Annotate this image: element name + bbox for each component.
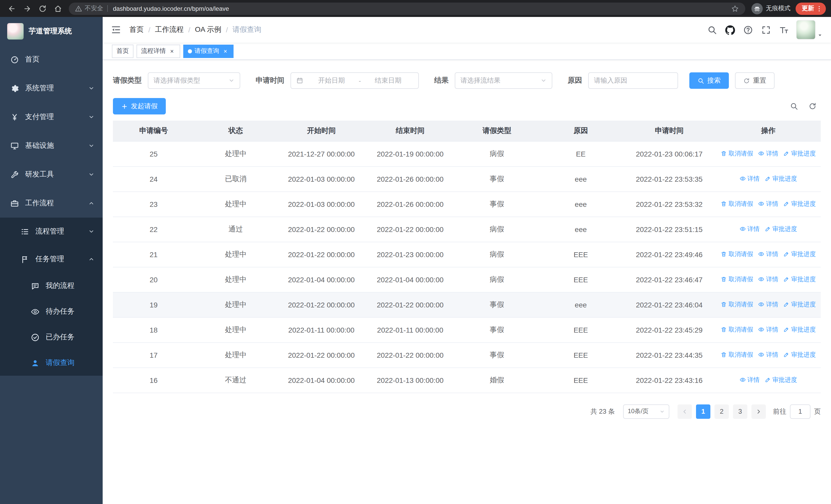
detail-link[interactable]: 详情 <box>758 200 778 208</box>
sidebar-item-task-manage[interactable]: 任务管理 <box>0 245 103 273</box>
back-button[interactable] <box>5 2 19 15</box>
approval-progress-link[interactable]: 审批进度 <box>765 175 797 183</box>
operations-cell: 取消请假详情审批进度 <box>716 292 821 317</box>
approval-progress-link[interactable]: 审批进度 <box>783 149 816 158</box>
forward-button[interactable] <box>21 2 34 15</box>
approval-progress-link[interactable]: 审批进度 <box>765 376 797 384</box>
chevron-down-icon <box>541 78 547 84</box>
kebab-menu-icon[interactable] <box>815 5 823 12</box>
breadcrumb-item[interactable]: 工作流程 <box>155 25 184 34</box>
trash-icon <box>721 201 727 207</box>
detail-link[interactable]: 详情 <box>740 376 760 384</box>
page-button-3[interactable]: 3 <box>733 404 747 419</box>
address-bar[interactable]: 不安全 dashboard.yudao.iocoder.cn/bpm/oa/le… <box>69 2 745 14</box>
action-label: 取消请假 <box>728 325 753 334</box>
cancel-leave-link[interactable]: 取消请假 <box>721 275 753 284</box>
detail-link[interactable]: 详情 <box>758 275 778 284</box>
sidebar-item-home[interactable]: 首页 <box>0 45 103 74</box>
github-icon[interactable] <box>725 25 735 35</box>
fullscreen-icon[interactable] <box>761 25 771 35</box>
page-size-select[interactable]: 10条/页 <box>623 404 669 419</box>
cancel-leave-link[interactable]: 取消请假 <box>721 300 753 309</box>
refresh-table-icon[interactable] <box>808 102 816 110</box>
sidebar-item-payment[interactable]: 支付管理 <box>0 102 103 131</box>
update-browser-button[interactable]: 更新 <box>796 2 826 14</box>
approval-progress-link[interactable]: 审批进度 <box>783 351 816 359</box>
detail-link[interactable]: 详情 <box>758 250 778 259</box>
apply-time-range-picker[interactable]: 开始日期 - 结束日期 <box>290 72 419 89</box>
page-button-2[interactable]: 2 <box>715 404 729 419</box>
goto-prefix: 前往 <box>773 407 786 416</box>
approval-progress-link[interactable]: 审批进度 <box>765 225 797 234</box>
toggle-search-icon[interactable] <box>790 102 798 110</box>
reason-input[interactable]: 请输入原因 <box>588 72 678 89</box>
next-page-button[interactable] <box>751 404 766 419</box>
search-icon[interactable] <box>707 25 717 35</box>
search-button[interactable]: 搜索 <box>689 72 729 89</box>
detail-link[interactable]: 详情 <box>740 225 760 234</box>
page-button-1[interactable]: 1 <box>696 404 710 419</box>
cancel-leave-link[interactable]: 取消请假 <box>721 250 753 259</box>
detail-link[interactable]: 详情 <box>740 175 760 183</box>
prev-page-button[interactable] <box>678 404 692 419</box>
question-icon[interactable] <box>743 25 753 35</box>
chevron-down-icon <box>88 228 94 235</box>
not-secure-warning-icon <box>75 5 82 12</box>
close-tab-icon[interactable]: × <box>168 48 175 55</box>
operations-cell: 取消请假详情审批进度 <box>716 317 821 342</box>
gear-icon <box>10 84 19 93</box>
user-menu[interactable] <box>796 20 823 39</box>
approval-progress-link[interactable]: 审批进度 <box>783 325 816 334</box>
tab-leave-query[interactable]: 请假查询× <box>183 45 233 58</box>
leave-type-select[interactable]: 请选择请假类型 <box>148 72 240 89</box>
sidebar-collapse-icon[interactable] <box>111 25 121 35</box>
detail-link[interactable]: 详情 <box>758 325 778 334</box>
sidebar-item-workflow[interactable]: 工作流程 <box>0 189 103 217</box>
approval-progress-link[interactable]: 审批进度 <box>783 200 816 208</box>
font-size-icon[interactable] <box>779 25 789 35</box>
sidebar-item-todo-tasks[interactable]: 待办任务 <box>0 299 103 324</box>
sidebar-item-process-manage[interactable]: 流程管理 <box>0 217 103 245</box>
cancel-leave-link[interactable]: 取消请假 <box>721 149 753 158</box>
table-cell: 病假 <box>455 242 539 267</box>
goto-page-input[interactable] <box>790 404 810 419</box>
bookmark-star-icon[interactable] <box>731 4 739 12</box>
column-header: 申请编号 <box>113 121 194 141</box>
breadcrumb-item[interactable]: OA 示例 <box>195 25 222 34</box>
home-button[interactable] <box>51 2 65 15</box>
tab-process-detail[interactable]: 流程详情× <box>137 45 180 58</box>
calendar-icon <box>296 77 303 84</box>
sidebar-logo[interactable]: 芋道管理系统 <box>0 17 103 45</box>
result-select[interactable]: 请选择流结果 <box>455 72 552 89</box>
cancel-leave-link[interactable]: 取消请假 <box>721 200 753 208</box>
sidebar-item-leave-query[interactable]: 请假查询 <box>0 350 103 376</box>
sidebar-item-my-process[interactable]: 我的流程 <box>0 273 103 299</box>
cancel-leave-link[interactable]: 取消请假 <box>721 351 753 359</box>
edit-icon <box>765 226 771 232</box>
action-label: 详情 <box>766 325 778 334</box>
user-icon <box>31 358 39 367</box>
breadcrumb: 首页/工作流程/OA 示例/请假查询 <box>130 25 261 34</box>
create-leave-label: 发起请假 <box>131 101 157 111</box>
sidebar-item-infra[interactable]: 基础设施 <box>0 131 103 160</box>
apply-time-label: 申请时间 <box>256 76 284 85</box>
create-leave-button[interactable]: 发起请假 <box>113 98 166 114</box>
detail-link[interactable]: 详情 <box>758 351 778 359</box>
breadcrumb-item[interactable]: 首页 <box>130 25 144 34</box>
sidebar-item-done-tasks[interactable]: 已办任务 <box>0 324 103 350</box>
approval-progress-link[interactable]: 审批进度 <box>783 275 816 284</box>
eye-icon <box>758 352 765 358</box>
detail-link[interactable]: 详情 <box>758 149 778 158</box>
tab-home[interactable]: 首页 <box>112 45 134 58</box>
sidebar-item-system[interactable]: 系统管理 <box>0 74 103 102</box>
reset-button[interactable]: 重置 <box>735 72 775 89</box>
approval-progress-link[interactable]: 审批进度 <box>783 300 816 309</box>
cancel-leave-link[interactable]: 取消请假 <box>721 325 753 334</box>
approval-progress-link[interactable]: 审批进度 <box>783 250 816 259</box>
eye-icon <box>758 151 765 157</box>
reload-button[interactable] <box>36 2 49 15</box>
close-tab-icon[interactable]: × <box>222 48 229 55</box>
sidebar-item-devtools[interactable]: 研发工具 <box>0 160 103 189</box>
detail-link[interactable]: 详情 <box>758 300 778 309</box>
sidebar-item-label: 研发工具 <box>25 170 82 179</box>
